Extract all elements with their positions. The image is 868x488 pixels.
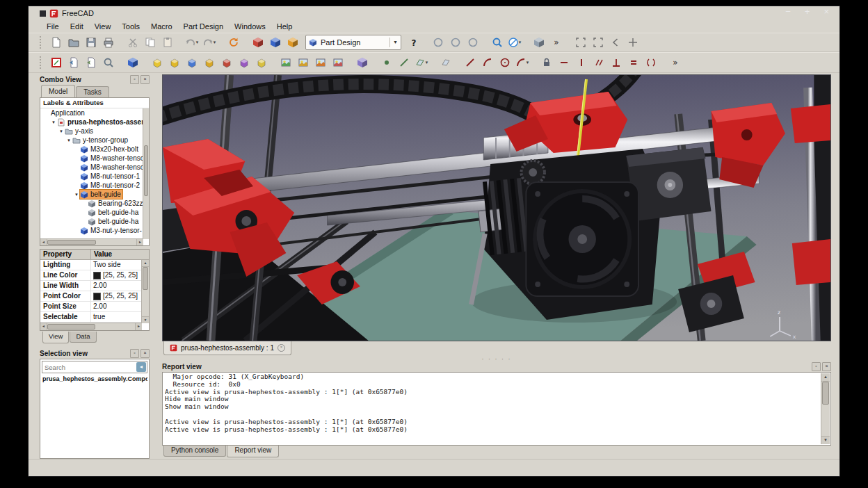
macro-debug-icon[interactable] (465, 35, 481, 50)
undo-dropdown-icon[interactable]: ▼ (195, 40, 200, 44)
measure-icon[interactable] (625, 35, 641, 50)
groove-icon[interactable] (201, 55, 218, 70)
toolbar-overflow-icon[interactable]: » (548, 35, 565, 50)
close-panel-icon[interactable]: × (140, 349, 150, 358)
tree-item-bearing-623zz[interactable]: Bearing-623zz (40, 199, 143, 208)
scroll-down-icon[interactable]: ▼ (142, 316, 149, 323)
close-button[interactable]: × (823, 6, 829, 18)
workbench-selector[interactable]: Part Design ▼ (305, 35, 401, 50)
horizontal-splitter[interactable]: · · · · · (162, 356, 831, 361)
search-zoom-icon[interactable] (489, 35, 506, 50)
draft-icon[interactable] (312, 55, 329, 70)
datum-plane-icon[interactable]: ▼ (413, 55, 430, 70)
menu-view[interactable]: View (89, 20, 117, 33)
maximize-button[interactable]: + (805, 6, 810, 18)
constraint-horizontal-icon[interactable] (556, 55, 572, 70)
scrollbar-thumb[interactable] (822, 382, 829, 405)
fit-selection-icon[interactable] (590, 35, 606, 50)
3d-viewport[interactable]: z x (162, 74, 831, 341)
property-value[interactable]: 2.00 (91, 281, 142, 291)
fillet-icon[interactable] (278, 55, 294, 70)
float-panel-icon[interactable]: ▫ (130, 349, 139, 358)
window-menu-icon[interactable] (40, 10, 46, 17)
tree-item-prusa-hephestos-assembly[interactable]: ▼prusa-hephestos-assembly (40, 117, 143, 127)
more-tools-icon[interactable]: » (667, 55, 684, 70)
menu-windows[interactable]: Windows (229, 20, 271, 33)
constraint-perpendicular-icon[interactable] (608, 55, 625, 70)
redo-dropdown-icon[interactable]: ▼ (213, 40, 217, 44)
property-value[interactable]: true (91, 312, 142, 322)
constraint-vertical-icon[interactable] (573, 55, 590, 70)
tree-vscrollbar[interactable] (143, 108, 149, 239)
dock-vertical-splitter[interactable] (154, 74, 158, 459)
constraint-lock-icon[interactable] (538, 55, 555, 70)
clip-view-icon[interactable] (607, 35, 624, 50)
tree-item-m8-washer-tenso[interactable]: M8-washer-tenso (40, 154, 143, 163)
property-value[interactable]: [25, 25, 25] (91, 291, 142, 301)
clear-search-button[interactable]: ◂ (136, 362, 146, 372)
tree-item-m3x20-hex-bolt[interactable]: M3x20-hex-bolt (40, 145, 143, 154)
constraint-parallel-icon[interactable] (590, 55, 607, 70)
box-red-icon[interactable] (250, 35, 266, 50)
close-document-icon[interactable]: × (278, 344, 285, 352)
nav-cube-icon[interactable] (531, 35, 547, 50)
datum-line-icon[interactable] (396, 55, 412, 70)
float-panel-icon[interactable]: ▫ (130, 75, 139, 84)
create-body-icon[interactable] (124, 55, 141, 70)
property-value[interactable]: 2.00 (91, 302, 142, 311)
scroll-left-icon[interactable]: ◄ (40, 239, 47, 245)
box-blue-icon[interactable] (267, 35, 284, 50)
refresh-icon[interactable] (225, 35, 242, 50)
tab-report-view[interactable]: Report view (227, 446, 279, 457)
expand-arrow-icon[interactable]: ▼ (50, 120, 57, 124)
tree-item-m8-washer-tenso[interactable]: M8-washer-tenso (40, 163, 143, 172)
scrollbar-thumb[interactable] (47, 324, 95, 330)
tree-item-belt-guide[interactable]: ▼belt-guide (40, 190, 143, 199)
search-input[interactable] (42, 364, 136, 371)
chamfer-icon[interactable] (295, 55, 312, 70)
redo-icon[interactable]: ▼ (201, 35, 218, 50)
close-panel-icon[interactable]: × (822, 362, 831, 371)
dock-splitter[interactable] (40, 343, 150, 348)
open-document-icon[interactable] (65, 35, 82, 50)
tree-item-application[interactable]: Application (40, 108, 143, 117)
macro-stop-icon[interactable] (447, 35, 464, 50)
scroll-up-icon[interactable]: ▲ (142, 260, 149, 267)
fit-all-icon[interactable] (572, 35, 589, 50)
constraint-equal-icon[interactable] (625, 55, 642, 70)
tree-item-m8-nut-tensor-1[interactable]: M8-nut-tensor-1 (40, 172, 143, 181)
report-vscrollbar[interactable]: ▲ ▼ (821, 373, 830, 444)
save-icon[interactable] (83, 35, 99, 50)
arc-icon[interactable] (479, 55, 496, 70)
expand-arrow-icon[interactable]: ▼ (65, 138, 72, 143)
chevron-down-icon[interactable]: ▼ (389, 38, 398, 47)
tab-data[interactable]: Data (70, 332, 96, 343)
selection-list-item[interactable]: prusa_hephestos_assembly.Compound0 (42, 373, 147, 384)
scroll-down-icon[interactable]: ▼ (821, 436, 830, 444)
copy-icon[interactable] (142, 35, 159, 50)
paste-icon[interactable] (159, 35, 176, 50)
print-icon[interactable] (100, 35, 117, 50)
menu-macro[interactable]: Macro (145, 20, 178, 33)
menu-help[interactable]: Help (271, 20, 298, 33)
edit-sketch-icon[interactable] (65, 55, 82, 70)
tab-model[interactable]: Model (41, 85, 75, 97)
pocket-icon[interactable] (184, 55, 200, 70)
menu-tools[interactable]: Tools (116, 20, 145, 33)
draw-style-icon[interactable]: ▼ (506, 35, 523, 50)
hole-icon[interactable] (218, 55, 235, 70)
datum-point-icon[interactable] (378, 55, 395, 70)
pipe-icon[interactable] (253, 55, 270, 70)
close-panel-icon[interactable]: × (140, 75, 150, 84)
minimize-button[interactable]: − (785, 6, 791, 18)
scroll-right-icon[interactable]: ► (135, 323, 142, 330)
macro-record-icon[interactable] (430, 35, 447, 50)
undo-icon[interactable]: ▼ (184, 35, 200, 50)
property-vscrollbar[interactable]: ▲ ▼ (141, 260, 149, 323)
scroll-left-icon[interactable]: ◄ (40, 323, 47, 330)
whats-this-icon[interactable]: ? (405, 35, 422, 50)
tree-item-m3-nut-y-tensor[interactable]: M3-nut-y-tensor- (40, 226, 143, 235)
cut-icon[interactable] (124, 35, 141, 50)
expand-arrow-icon[interactable]: ▼ (73, 193, 80, 197)
property-hscrollbar[interactable]: ◄ ► (40, 323, 142, 330)
